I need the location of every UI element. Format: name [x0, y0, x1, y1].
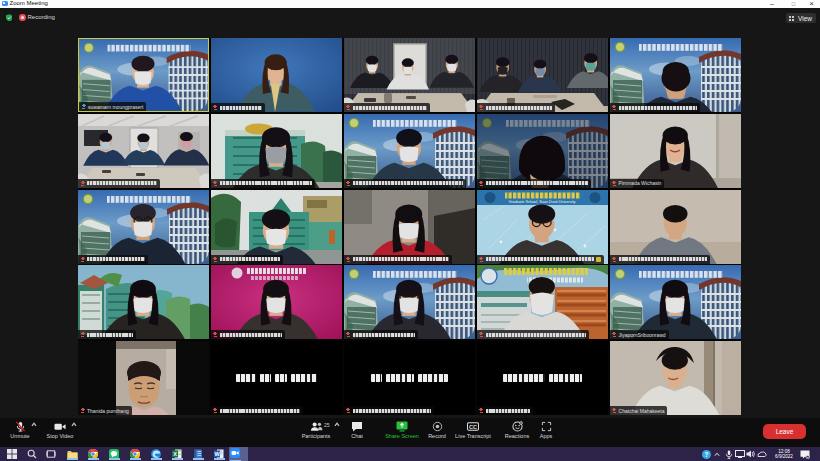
svg-text:?: ?	[705, 450, 709, 457]
svg-text:CC: CC	[469, 424, 477, 430]
svg-text:Graduate School, Suan Dusit U: Graduate School, Suan Dusit University	[508, 200, 575, 204]
